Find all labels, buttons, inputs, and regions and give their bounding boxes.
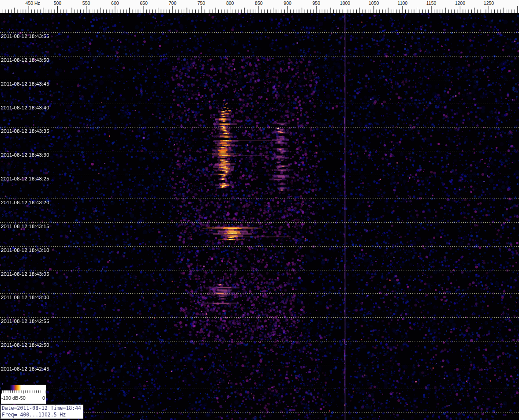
frequency-ruler-ticks: 450 Hz5005506006507007508008509009501000…: [0, 0, 519, 13]
waterfall-window: 450 Hz5005506006507007508008509009501000…: [0, 0, 519, 420]
freq-axis-label: 600: [111, 0, 119, 6]
spectrogram-canvas[interactable]: [0, 13, 519, 420]
freq-axis-label: 650: [140, 0, 148, 6]
freq-axis-label: 750: [198, 0, 205, 6]
freq-axis-label: 900: [284, 0, 291, 6]
amplitude-gradient-bar: [1, 385, 46, 390]
freq-axis-label: 850: [255, 0, 263, 6]
amplitude-scale-labels: -100 dB -50 0: [1, 394, 46, 400]
status-freq-range: Freq= 400...1302.5 Hz: [2, 412, 82, 418]
amplitude-scale-ticks: [1, 390, 46, 394]
freq-axis-label: 1150: [426, 0, 437, 6]
amplitude-max-label: 0: [42, 395, 45, 401]
freq-axis-label: 800: [226, 0, 234, 6]
freq-axis-label: 500: [54, 0, 62, 6]
freq-axis-label: 450 Hz: [26, 0, 40, 6]
freq-axis-label: 1200: [455, 0, 466, 6]
amplitude-mid-label: -50: [19, 395, 26, 401]
freq-axis-label: 950: [313, 0, 321, 6]
freq-axis-label: 1000: [340, 0, 351, 6]
status-box[interactable]: Date=2011-08-12 Time=18:44 Freq= 400...1…: [0, 405, 83, 419]
freq-axis-label: 1250: [484, 0, 494, 6]
freq-axis-label: 1050: [369, 0, 379, 6]
freq-axis-label: 550: [82, 0, 90, 6]
frequency-ruler[interactable]: 450 Hz5005506006507007508008509009501000…: [0, 0, 519, 13]
freq-axis-label: 700: [168, 0, 176, 6]
amplitude-min-label: -100 dB: [1, 395, 19, 401]
freq-axis-label: 1100: [398, 0, 408, 6]
amplitude-scale[interactable]: -100 dB -50 0: [1, 385, 46, 404]
status-date-time: Date=2011-08-12 Time=18:44: [2, 405, 82, 412]
